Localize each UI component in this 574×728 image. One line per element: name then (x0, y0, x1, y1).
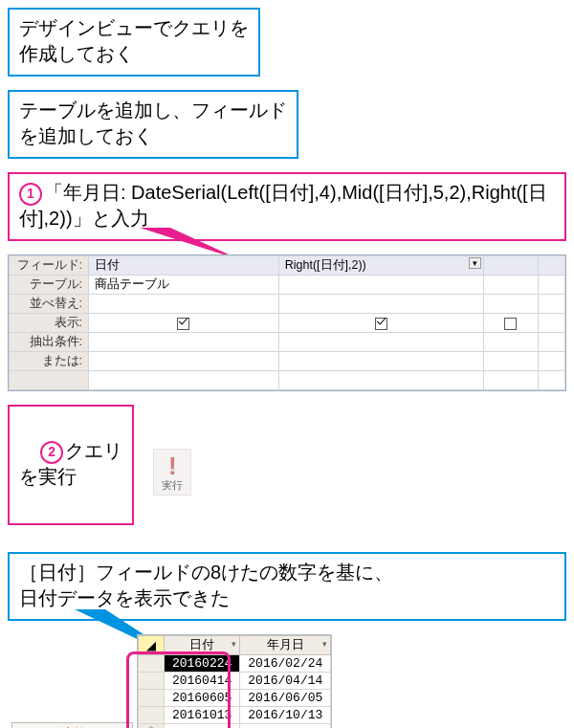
qbe-field-3[interactable] (538, 256, 564, 276)
qbe-label-show: 表示: (10, 314, 89, 333)
dropdown-icon[interactable]: ▾ (232, 639, 236, 649)
exclamation-icon: ! (168, 453, 177, 478)
col-header-1-label: 年月日 (267, 638, 304, 651)
step-1-text: 「年月日: DateSerial(Left([日付],4),Mid([日付],5… (19, 182, 547, 229)
row-selector[interactable] (138, 655, 164, 673)
qbe-field-1[interactable]: Right([日付],2)) ▾ (278, 256, 483, 276)
qbe-label-field: フィールド: (10, 256, 89, 276)
cell[interactable] (240, 724, 331, 729)
qbe-label-sort: 並べ替え: (10, 295, 89, 314)
qbe-show-2[interactable] (483, 314, 538, 333)
table-row[interactable]: 20160605 2016/06/05 (138, 690, 330, 707)
qbe-table-1[interactable] (278, 276, 483, 295)
qbe-show-1[interactable] (278, 314, 483, 333)
qbe-field-0[interactable]: 日付 (89, 256, 279, 276)
checkbox-icon (375, 318, 387, 330)
table-row[interactable]: 20161013 2016/10/13 (138, 707, 330, 724)
cell[interactable]: 20160605 (164, 690, 239, 707)
qbe-label-or: または: (10, 352, 89, 371)
checkbox-icon (504, 318, 517, 330)
datasheet-view: ◢ 日付▾ 年月日▾ 20160224 2016/02/24 20160414 … (137, 634, 332, 728)
step-number-1: 1 (19, 183, 42, 206)
qbe-table-2[interactable] (483, 276, 538, 295)
callout-prep-1: デザインビューでクエリを 作成しておく (8, 8, 260, 77)
cell[interactable]: 20160414 (164, 673, 239, 690)
query-design-grid: フィールド: 日付 Right([日付],2)) ▾ テーブル: 商品テーブル … (8, 254, 566, 391)
qbe-label-table: テーブル: (10, 276, 89, 295)
dropdown-icon[interactable]: ▾ (322, 639, 327, 649)
new-record-row[interactable]: * (138, 724, 330, 729)
callout-prep-2: テーブルを追加し、フィールド を追加しておく (8, 90, 298, 159)
qbe-field-1-text: Right([日付],2)) (285, 258, 366, 272)
run-button-label: 実行 (162, 478, 183, 493)
cell[interactable]: 2016/06/05 (240, 690, 331, 707)
checkbox-icon (177, 318, 189, 330)
col-header-0-label: 日付 (189, 638, 214, 651)
step-number-2: 2 (40, 441, 63, 464)
callout-step-2: 2クエリ を実行 (8, 405, 134, 525)
qbe-label-criteria: 抽出条件: (10, 333, 89, 352)
cell[interactable]: 20161013 (164, 707, 239, 724)
qbe-criteria-0[interactable] (89, 333, 279, 352)
run-query-button[interactable]: ! 実行 (153, 449, 191, 496)
cell[interactable]: 2016/02/24 (240, 655, 331, 673)
dropdown-icon[interactable]: ▾ (469, 257, 481, 269)
qbe-field-2[interactable] (483, 256, 538, 276)
callout-step-1: 1「年月日: DateSerial(Left([日付],4),Mid([日付],… (8, 172, 566, 241)
step-2-text: クエリ を実行 (19, 440, 122, 487)
col-header-0[interactable]: 日付▾ (164, 636, 239, 655)
qbe-or-0[interactable] (89, 352, 279, 371)
row-selector-header[interactable]: ◢ (138, 636, 164, 655)
table-row[interactable]: 20160414 2016/04/14 (138, 673, 330, 690)
cell[interactable] (164, 724, 239, 729)
table-row[interactable]: 20160224 2016/02/24 (138, 655, 330, 673)
query-tab[interactable]: 日付変換クエリ (11, 722, 133, 728)
col-header-1[interactable]: 年月日▾ (240, 636, 331, 655)
qbe-sort-0[interactable] (89, 295, 279, 314)
cell[interactable]: 20160224 (164, 655, 239, 673)
cell[interactable]: 2016/10/13 (240, 707, 331, 724)
cell[interactable]: 2016/04/14 (240, 673, 331, 690)
new-record-icon: * (138, 724, 164, 729)
qbe-table-0[interactable]: 商品テーブル (89, 276, 279, 295)
qbe-show-0[interactable] (89, 314, 279, 333)
